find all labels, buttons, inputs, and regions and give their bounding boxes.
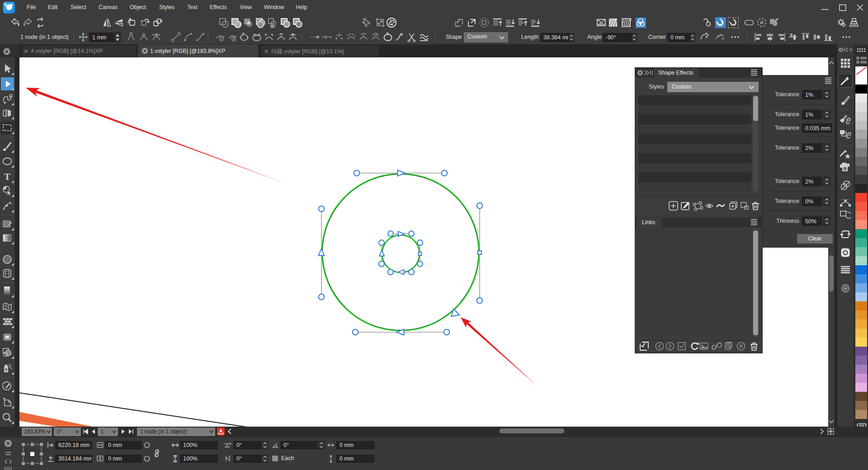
svg-text:T: T bbox=[4, 171, 11, 182]
svg-text:S: S bbox=[5, 367, 7, 372]
